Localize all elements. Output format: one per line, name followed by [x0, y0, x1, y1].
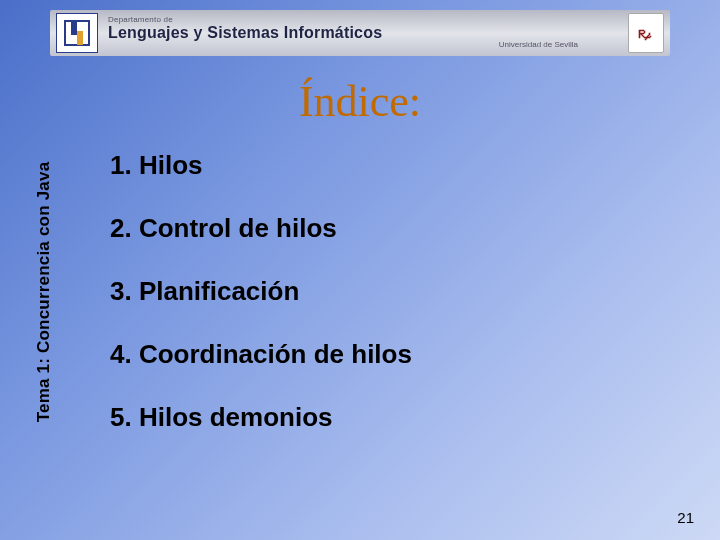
- banner-main-title: Lenguajes y Sistemas Informáticos: [108, 25, 628, 42]
- list-item: 1. Hilos: [110, 150, 680, 181]
- page-number: 21: [677, 509, 694, 526]
- slide: Departamento de Lenguajes y Sistemas Inf…: [0, 0, 720, 540]
- department-logo-icon: [56, 13, 98, 53]
- crest-initials: ꝶ: [638, 24, 654, 42]
- slide-title: Índice:: [0, 76, 720, 127]
- header-banner: Departamento de Lenguajes y Sistemas Inf…: [50, 10, 670, 56]
- list-item: 5. Hilos demonios: [110, 402, 680, 433]
- list-item: 4. Coordinación de hilos: [110, 339, 680, 370]
- banner-university: Universidad de Sevilla: [108, 41, 628, 49]
- svg-rect-2: [77, 31, 83, 45]
- university-crest-icon: ꝶ: [628, 13, 664, 53]
- index-list: 1. Hilos 2. Control de hilos 3. Planific…: [110, 150, 680, 465]
- sidebar-topic-label: Tema 1: Concurrencia con Java: [34, 152, 54, 432]
- banner-text-block: Departamento de Lenguajes y Sistemas Inf…: [108, 16, 628, 50]
- list-item: 3. Planificación: [110, 276, 680, 307]
- list-item: 2. Control de hilos: [110, 213, 680, 244]
- svg-rect-1: [71, 21, 77, 35]
